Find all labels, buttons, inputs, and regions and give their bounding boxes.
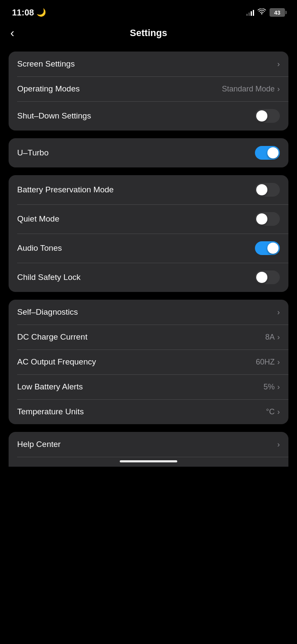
self-diagnostics-item[interactable]: Self–Diagnostics › xyxy=(9,300,288,325)
wifi-icon xyxy=(258,9,266,17)
toggle-knob xyxy=(267,147,279,158)
time-text: 11:08 xyxy=(12,8,34,18)
low-battery-alerts-value: 5% xyxy=(264,383,275,392)
help-center-item[interactable]: Help Center › xyxy=(9,432,288,457)
chevron-icon: › xyxy=(277,85,280,94)
moon-icon: 🌙 xyxy=(36,8,46,17)
toggle-knob xyxy=(267,243,279,254)
shutdown-toggle[interactable] xyxy=(255,109,280,123)
screen-settings-right: › xyxy=(277,60,280,69)
settings-content: Screen Settings › Operating Modes Standa… xyxy=(0,47,297,471)
shutdown-settings-item[interactable]: Shut–Down Settings xyxy=(9,101,288,131)
quiet-mode-item[interactable]: Quiet Mode xyxy=(9,204,288,234)
chevron-icon: › xyxy=(277,407,280,416)
operating-modes-item[interactable]: Operating Modes Standard Mode › xyxy=(9,76,288,101)
toggle-knob xyxy=(256,184,267,195)
screen-settings-label: Screen Settings xyxy=(17,59,75,69)
audio-tones-item[interactable]: Audio Tones xyxy=(9,234,288,263)
status-right-icons: 43 xyxy=(246,8,285,17)
chevron-icon: › xyxy=(277,308,280,317)
toggle-knob xyxy=(256,213,267,225)
chevron-icon: › xyxy=(277,383,280,392)
operating-modes-right: Standard Mode › xyxy=(222,85,280,94)
quiet-mode-label: Quiet Mode xyxy=(17,214,59,224)
quiet-mode-toggle[interactable] xyxy=(255,212,280,226)
dc-charge-current-item[interactable]: DC Charge Current 8A › xyxy=(9,325,288,349)
status-bar: 11:08 🌙 43 xyxy=(0,0,297,23)
operating-modes-value: Standard Mode xyxy=(222,85,275,94)
toggle-knob xyxy=(256,272,267,283)
chevron-icon: › xyxy=(277,333,280,342)
card-modes: Battery Preservation Mode Quiet Mode Aud… xyxy=(9,175,288,292)
status-time: 11:08 🌙 xyxy=(12,8,46,18)
temperature-units-item[interactable]: Temperature Units °C › xyxy=(9,399,288,424)
dc-charge-current-label: DC Charge Current xyxy=(17,332,88,342)
chevron-icon: › xyxy=(277,60,280,69)
child-safety-lock-toggle[interactable] xyxy=(255,270,280,284)
card-display: Screen Settings › Operating Modes Standa… xyxy=(9,52,288,131)
self-diagnostics-label: Self–Diagnostics xyxy=(17,307,78,317)
card-turbo: U–Turbo xyxy=(9,138,288,167)
help-center-right: › xyxy=(277,440,280,449)
toggle-knob xyxy=(256,110,267,122)
battery-icon: 43 xyxy=(270,8,285,17)
battery-preservation-label: Battery Preservation Mode xyxy=(17,185,114,194)
audio-tones-toggle[interactable] xyxy=(255,241,280,255)
card-advanced: Self–Diagnostics › DC Charge Current 8A … xyxy=(9,300,288,424)
page-title: Settings xyxy=(130,27,167,39)
low-battery-alerts-label: Low Battery Alerts xyxy=(17,382,83,392)
temperature-units-label: Temperature Units xyxy=(17,407,84,416)
ac-output-frequency-value: 60HZ xyxy=(256,358,275,367)
operating-modes-label: Operating Modes xyxy=(17,84,80,94)
ac-output-frequency-item[interactable]: AC Output Frequency 60HZ › xyxy=(9,349,288,374)
u-turbo-label: U–Turbo xyxy=(17,148,48,158)
screen-settings-item[interactable]: Screen Settings › xyxy=(9,52,288,76)
battery-preservation-item[interactable]: Battery Preservation Mode xyxy=(9,175,288,204)
ac-output-frequency-label: AC Output Frequency xyxy=(17,357,96,367)
temperature-units-right: °C › xyxy=(266,407,280,416)
home-indicator xyxy=(120,460,177,462)
ac-output-frequency-right: 60HZ › xyxy=(256,358,280,367)
help-center-label: Help Center xyxy=(17,440,61,449)
dc-charge-current-right: 8A › xyxy=(265,333,280,342)
chevron-icon: › xyxy=(277,440,280,449)
battery-level: 43 xyxy=(274,9,280,16)
child-safety-lock-item[interactable]: Child Safety Lock xyxy=(9,263,288,292)
u-turbo-toggle[interactable] xyxy=(255,146,280,160)
battery-preservation-toggle[interactable] xyxy=(255,183,280,197)
temperature-units-value: °C xyxy=(266,407,275,416)
audio-tones-label: Audio Tones xyxy=(17,243,62,253)
child-safety-lock-label: Child Safety Lock xyxy=(17,273,81,282)
nav-header: ‹ Settings xyxy=(0,23,297,47)
u-turbo-item[interactable]: U–Turbo xyxy=(9,138,288,167)
dc-charge-current-value: 8A xyxy=(265,333,275,342)
help-center-card: Help Center › xyxy=(9,432,288,467)
self-diagnostics-right: › xyxy=(277,308,280,317)
chevron-icon: › xyxy=(277,358,280,367)
signal-icon xyxy=(246,9,254,16)
low-battery-alerts-right: 5% › xyxy=(264,383,280,392)
shutdown-settings-label: Shut–Down Settings xyxy=(17,111,91,121)
low-battery-alerts-item[interactable]: Low Battery Alerts 5% › xyxy=(9,374,288,399)
back-button[interactable]: ‹ xyxy=(10,27,14,39)
